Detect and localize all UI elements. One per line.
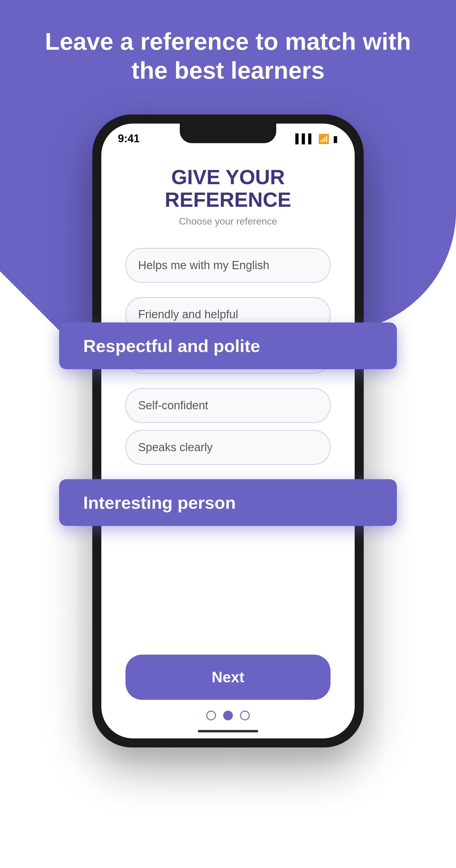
pagination-dot-3 [240,711,250,720]
next-button[interactable]: Next [125,655,331,700]
selected-pill-interesting: Interesting person [59,479,397,526]
phone-notch [180,124,276,143]
options-list: Helps me with my English Friendly and he… [125,248,331,643]
status-icons: ▌▌▌ 📶 ▮ [295,133,338,144]
selected-pill-respectful: Respectful and polite [59,322,397,369]
pagination-dot-2 [223,711,233,720]
header-title: Leave a reference to match with the best… [45,28,411,84]
home-indicator [198,730,258,733]
pagination-dot-1 [206,711,216,720]
screen-content: GIVE YOUR REFERENCE Choose your referenc… [101,148,355,738]
status-time: 9:41 [118,132,140,145]
phone-mockup: Respectful and polite Interesting person… [92,115,364,747]
page-header: Leave a reference to match with the best… [0,27,456,85]
screen-title: GIVE YOUR REFERENCE [125,166,331,211]
phone-screen: 9:41 ▌▌▌ 📶 ▮ GIVE YOUR REFERENCE Choose … [101,124,355,738]
option-helps-english[interactable]: Helps me with my English [125,248,331,283]
battery-icon: ▮ [333,133,338,144]
screen-subtitle: Choose your reference [179,216,277,227]
wifi-icon: 📶 [318,133,329,144]
pagination-dots [206,711,250,720]
option-speaks-clearly[interactable]: Speaks clearly [125,430,331,465]
signal-icon: ▌▌▌ [295,133,315,144]
option-self-confident[interactable]: Self-confident [125,388,331,423]
